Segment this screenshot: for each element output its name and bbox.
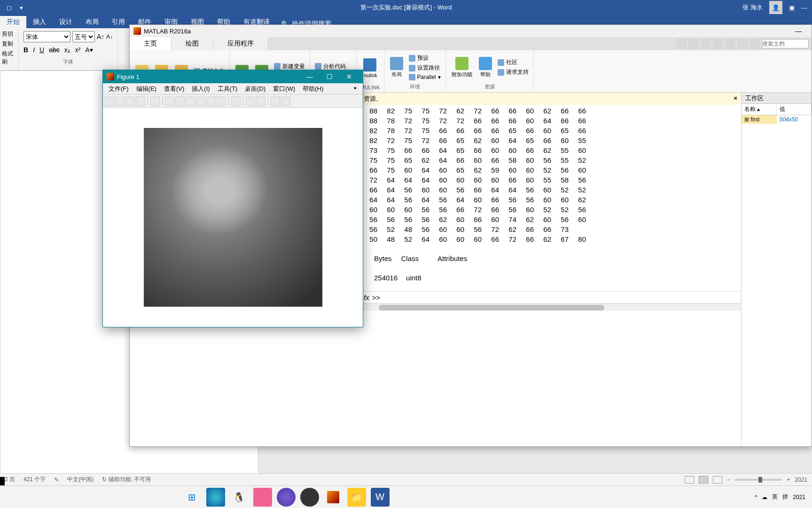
figure-menu-edit[interactable]: 编辑(E) [133,83,160,94]
ime-lang-en[interactable]: 英 [772,493,778,501]
ime-mode-pinyin[interactable]: 拼 [782,493,788,501]
tab-home[interactable]: 开始 [0,16,26,28]
open-figure-icon[interactable] [115,96,125,106]
zoom-slider[interactable] [735,479,782,481]
matlab-title-bar[interactable]: MATLAB R2016a — [130,25,812,37]
print-layout-button[interactable] [699,476,708,484]
figure-menu-insert[interactable]: 插入(I) [188,83,213,94]
help-button[interactable]: 帮助 [477,56,494,79]
figure-menu-view[interactable]: 查看(V) [160,83,188,94]
qat-redo-icon[interactable] [737,39,748,49]
figure-menu-tools[interactable]: 工具(T) [214,83,242,94]
qq-app-icon[interactable]: 🐧 [230,488,249,507]
tray-chevron-icon[interactable]: ^ [755,494,757,500]
italic-button[interactable]: I [33,46,35,54]
workspace-variable-row[interactable]: ⊞ first 504x50 [742,115,812,124]
accessibility-status[interactable]: ↻ 辅助功能: 不可用 [102,476,151,484]
read-mode-button[interactable] [685,476,694,484]
command-window[interactable]: 资源。 × 8882757572627266666062666688787275… [360,93,741,446]
copy-button[interactable]: 复制 [2,40,16,48]
qat-save-icon[interactable] [676,39,687,49]
superscript-button[interactable]: x² [75,46,81,54]
layout-button[interactable]: 布局 [388,56,405,79]
ribbon-display-icon[interactable]: ▣ [789,4,795,11]
figure-maximize-button[interactable]: ☐ [320,71,339,83]
qat-help-icon[interactable] [750,39,760,49]
figure-minimize-button[interactable]: — [300,71,320,83]
data-cursor-icon[interactable] [206,96,216,106]
matlab-tab-plots[interactable]: 绘图 [172,37,213,50]
figure-menu-window[interactable]: 窗口(W) [269,83,299,94]
avatar[interactable]: 👤 [769,1,782,14]
browser-app-icon[interactable] [277,488,296,507]
strike-button[interactable]: abc [49,46,60,54]
edge-app-icon[interactable] [206,488,225,507]
language-status[interactable]: 中文(中国) [67,476,94,484]
new-figure-icon[interactable] [105,96,114,106]
preferences-button[interactable]: 预设 [408,54,442,63]
addons-button[interactable]: 附加功能 [450,56,474,79]
font-size-select[interactable]: 五号 [72,31,95,42]
spell-check-icon[interactable]: ✎ [54,476,59,483]
tab-layout[interactable]: 布局 [79,16,105,28]
matlab-app-icon[interactable] [324,488,343,507]
grow-font-icon[interactable]: A↑ [97,33,104,40]
matlab-minimize-button[interactable]: — [789,25,808,37]
ws-col-name[interactable]: 名称 ▴ [742,104,777,115]
parallel-button[interactable]: Parallel ▾ [408,73,442,81]
figure-window[interactable]: Figure 1 — ☐ ✕ 文件(F) 编辑(E) 查看(V) 插入(I) 工… [102,70,363,327]
request-support-button[interactable]: 请求支持 [497,68,530,77]
user-name[interactable]: 张 海水 [742,3,763,12]
qat-undo-icon[interactable] [725,39,735,49]
link-icon[interactable] [231,96,241,106]
save-figure-icon[interactable] [125,96,135,106]
qat-dropdown-icon[interactable]: ▾ [17,3,25,12]
zoom-out-button[interactable]: − [727,476,730,483]
figure-menu-help[interactable]: 帮助(H) [299,83,327,94]
close-banner-button[interactable]: × [734,95,737,103]
horizontal-scrollbar[interactable] [360,303,741,311]
pointer-icon[interactable] [150,96,160,106]
tab-design[interactable]: 设计 [53,16,79,28]
onedrive-icon[interactable]: ☁ [762,494,767,500]
start-button[interactable]: ⊞ [183,488,202,507]
ws-col-value[interactable]: 值 [777,104,812,115]
web-layout-button[interactable] [713,476,722,484]
figure-close-button[interactable]: ✕ [339,71,359,83]
tab-references[interactable]: 引用 [105,16,132,28]
qat-copy-icon[interactable] [701,39,711,49]
word-count[interactable]: 421 个字 [23,476,46,484]
format-painter-button[interactable]: 格式刷 [2,50,16,66]
brush-icon[interactable] [217,96,226,106]
zoom-in-icon[interactable] [165,96,174,106]
font-color-button[interactable]: A▾ [85,46,93,54]
pink-app-icon[interactable] [253,488,272,507]
font-name-select[interactable]: 宋体 [23,31,70,42]
zoom-in-button[interactable]: + [787,476,790,483]
community-button[interactable]: 社区 [497,58,530,67]
underline-button[interactable]: U [39,46,44,54]
clock-label[interactable]: 2021 [793,494,805,500]
explorer-app-icon[interactable]: 📁 [347,488,366,507]
legend-icon[interactable] [256,96,265,106]
word-app-icon[interactable]: W [371,488,390,507]
matlab-tab-apps[interactable]: 应用程序 [213,37,268,50]
matlab-tab-home[interactable]: 主页 [130,37,172,50]
doc-search-input[interactable] [762,39,809,48]
colorbar-icon[interactable] [246,96,255,106]
figure-menu-more-icon[interactable]: ▸ [351,83,361,94]
minimize-button[interactable]: — [801,4,807,11]
cut-button[interactable]: 剪切 [2,30,16,38]
qat-paste-icon[interactable] [713,39,723,49]
shrink-font-icon[interactable]: A↓ [106,33,113,40]
obs-app-icon[interactable] [300,488,319,507]
figure-menu-desktop[interactable]: 桌面(D) [241,83,269,94]
command-prompt[interactable]: fx >> [360,291,741,303]
figure-menu-file[interactable]: 文件(F) [105,83,133,94]
rotate-icon[interactable] [196,96,205,106]
tab-insert[interactable]: 插入 [26,16,53,28]
subscript-button[interactable]: x₂ [64,46,70,54]
pan-icon[interactable] [186,96,195,106]
print-icon[interactable] [136,96,145,106]
bold-button[interactable]: B [23,46,28,54]
